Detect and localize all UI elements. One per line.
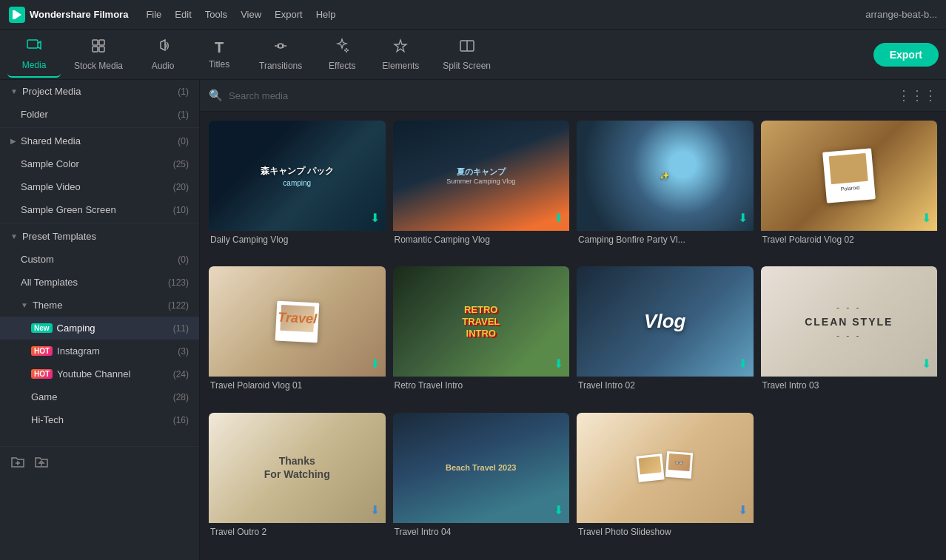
media-card-daily-camping[interactable]: 森キャンプ パック camping ⬇ Daily Camping Vlog [209,121,386,259]
sidebar-item-preset-templates[interactable]: ▼ Preset Templates [0,225,199,248]
download-icon: ⬇ [370,357,380,371]
divider [0,127,199,128]
split-screen-icon [459,38,475,58]
media-thumbnail: 👓 ⬇ [577,413,754,523]
sidebar-item-theme[interactable]: ▼ Theme (122) [0,294,199,317]
search-bar: 🔍 ⋮⋮⋮ [200,80,946,112]
download-icon: ⬇ [738,503,748,517]
toolbar-titles[interactable]: T Titles [192,33,246,75]
clean-dash: - - - [805,303,893,313]
toolbar-split-screen[interactable]: Split Screen [432,32,501,77]
game-label: Game [31,391,173,402]
chevron-down-icon2: ▼ [10,232,18,240]
thumb-text: 夏のキャンプ [446,166,515,178]
media-card-title: Retro Travel Intro [393,377,570,393]
media-card-title: Travel Intro 04 [393,523,570,539]
media-card-title: Travel Photo Slideshow [577,523,754,539]
sample-color-count: (25) [173,159,189,169]
media-card-title: Travel Intro 03 [761,377,938,393]
shared-media-label: Shared Media [21,135,178,146]
media-card-travel-intro3[interactable]: - - - CLEAN STYLE - - - ⬇ Travel Intro 0… [761,266,938,405]
sample-video-count: (20) [173,182,189,192]
sidebar-item-sample-video[interactable]: Sample Video (20) [0,175,199,198]
download-icon: ⬇ [738,211,748,225]
all-templates-count: (123) [168,277,189,288]
sidebar-item-folder[interactable]: Folder (1) [0,103,199,126]
media-card-title: Daily Camping Vlog [209,231,386,247]
download-icon: ⬇ [922,211,931,225]
content-area: 🔍 ⋮⋮⋮ 森キャンプ パック camping ⬇ Daily Camping … [200,80,946,560]
media-card-travel-photo-slideshow[interactable]: 👓 ⬇ Travel Photo Slideshow [577,413,754,551]
thumb-inner: ✨ ⬇ [577,121,754,231]
export-button[interactable]: Export [873,43,939,67]
shared-media-count: (0) [178,136,189,146]
toolbar-media-label: Media [22,60,47,70]
thumb-sub2: Summer Camping Vlog [446,178,515,185]
menu-help[interactable]: Help [316,9,336,20]
sample-green-count: (10) [173,205,189,215]
search-input[interactable] [229,90,891,101]
sidebar-item-camping[interactable]: New Camping (11) [0,317,199,340]
toolbar-stock-media[interactable]: Stock Media [64,32,133,77]
menu-export[interactable]: Export [275,9,303,20]
sidebar-item-hi-tech[interactable]: Hi-Tech (16) [0,408,199,431]
download-icon: ⬇ [554,503,563,517]
menu-tools[interactable]: Tools [205,9,227,20]
sidebar-item-custom[interactable]: Custom (0) [0,248,199,271]
clean-dash2: - - - [805,331,893,341]
media-thumbnail: - - - CLEAN STYLE - - - ⬇ [761,266,938,377]
titles-icon: T [215,39,224,56]
media-card-camping-bonfire[interactable]: ✨ ⬇ Camping Bonfire Party Vl... [577,121,754,259]
media-card-retro-travel[interactable]: RETROTRAVELINTRO ⬇ Retro Travel Intro [393,266,570,405]
import-folder-icon[interactable] [34,454,49,473]
toolbar-transitions[interactable]: Transitions [249,32,312,77]
svg-rect-4 [93,40,98,45]
add-folder-icon[interactable] [10,454,25,473]
media-card-travel-intro4[interactable]: Beach Travel 2023 ⬇ Travel Intro 04 [393,413,570,551]
sidebar-item-game[interactable]: Game (28) [0,385,199,408]
grid-toggle-icon[interactable]: ⋮⋮⋮ [897,87,937,104]
toolbar-audio[interactable]: Audio [136,32,189,77]
thumb-inner: Travel ⬇ [209,266,386,377]
toolbar-elements[interactable]: Elements [372,32,429,77]
toolbar-audio-label: Audio [152,61,175,71]
chevron-right-icon: ▶ [10,137,16,145]
sample-video-label: Sample Video [21,181,173,192]
thumb-inner: Vlog ⬇ [577,266,754,377]
game-count: (28) [173,392,189,402]
download-icon: ⬇ [370,503,380,517]
sidebar-item-sample-green[interactable]: Sample Green Screen (10) [0,198,199,221]
toolbar-media[interactable]: Media [7,31,61,78]
menu-view[interactable]: View [241,9,261,20]
custom-label: Custom [21,254,178,265]
thumb-sub: camping [261,179,334,187]
thumb-inner: ThanksFor Watching ⬇ [209,413,386,523]
thumb-inner: Beach Travel 2023 ⬇ [393,413,570,523]
thanks-text: ThanksFor Watching [264,454,330,481]
media-card-romantic-camping[interactable]: 夏のキャンプ Summer Camping Vlog ⬇ Romantic Ca… [393,121,570,259]
thumb-jp-text: 森キャンプ パック [261,165,334,178]
media-card-travel-polaroid2[interactable]: Polaroid ⬇ Travel Polaroid Vlog 02 [761,121,938,259]
download-icon: ⬇ [554,211,563,225]
toolbar-effects[interactable]: Effects [315,32,369,77]
badge-hot-instagram: HOT [31,346,53,356]
menu-edit[interactable]: Edit [175,9,191,20]
camping-count: (11) [173,323,189,334]
menu-file[interactable]: File [146,9,161,20]
sidebar-item-sample-color[interactable]: Sample Color (25) [0,152,199,175]
sidebar-item-project-media[interactable]: ▼ Project Media (1) [0,80,199,103]
media-card-travel-polaroid1[interactable]: Travel ⬇ Travel Polaroid Vlog 01 [209,266,386,405]
media-card-travel-intro2[interactable]: Vlog ⬇ Travel Intro 02 [577,266,754,405]
theme-label: Theme [33,300,168,311]
sidebar-item-instagram[interactable]: HOT Instagram (3) [0,340,199,362]
thumb-text: ✨ [660,171,670,181]
youtube-label: Youtube Channel [57,368,173,379]
all-templates-label: All Templates [21,277,168,288]
thumb-inner: 森キャンプ パック camping ⬇ [209,121,386,231]
sidebar-item-youtube[interactable]: HOT Youtube Channel (24) [0,362,199,385]
media-card-travel-outro2[interactable]: ThanksFor Watching ⬇ Travel Outro 2 [209,413,386,551]
sidebar-item-all-templates[interactable]: All Templates (123) [0,271,199,294]
sample-green-label: Sample Green Screen [21,204,173,215]
toolbar-stock-label: Stock Media [74,61,123,71]
sidebar-item-shared-media[interactable]: ▶ Shared Media (0) [0,129,199,152]
